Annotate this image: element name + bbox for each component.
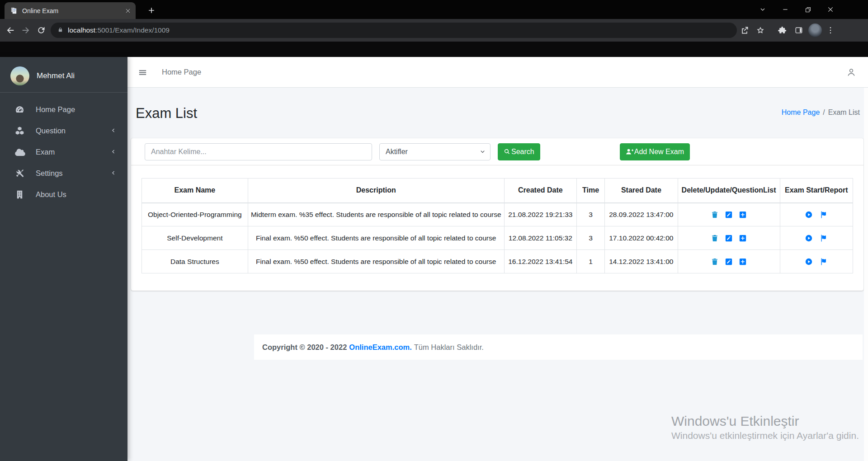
exam-start-button[interactable] [805, 234, 813, 242]
windows-activation-watermark: Windows'u Etkinleştir Windows'u etkinleş… [671, 413, 859, 442]
bookmark-star-icon[interactable] [755, 25, 765, 35]
window-close-button[interactable] [819, 0, 842, 19]
watermark-line2: Windows'u etkinleştirmek için Ayarlar'a … [671, 429, 859, 442]
tab-favicon [10, 7, 18, 14]
table-row: Object-Oriented-Programming Midterm exam… [142, 203, 853, 226]
col-start-report: Exam Start/Report [780, 179, 853, 203]
chevron-left-icon [110, 169, 117, 176]
report-button[interactable] [820, 211, 828, 219]
forward-button[interactable] [21, 25, 31, 35]
tachometer-icon [15, 105, 27, 114]
watermark-line1: Windows'u Etkinleştir [671, 413, 859, 429]
search-button[interactable]: Search [498, 143, 540, 160]
sidebar-item-home-page[interactable]: Home Page [0, 99, 127, 120]
update-button[interactable] [725, 258, 733, 266]
sidebar-item-about-us[interactable]: About Us [0, 184, 127, 205]
cell-created-date: 12.08.2022 11:05:32 [504, 226, 576, 250]
report-button[interactable] [820, 258, 828, 266]
side-panel-icon[interactable] [794, 25, 804, 35]
hamburger-menu-icon[interactable] [137, 67, 148, 78]
chevron-left-icon [110, 127, 117, 134]
footer-copyright: Copyright © 2020 - 2022 [262, 343, 347, 352]
browser-profile-avatar[interactable] [808, 24, 822, 37]
table-row: Data Structures Final exam. %50 effect. … [142, 250, 853, 273]
window-minimize-button[interactable] [774, 0, 797, 19]
breadcrumb-current: Exam List [828, 108, 860, 116]
breadcrumb-separator: / [823, 108, 825, 116]
cell-stared-date: 17.10.2022 00:42:00 [605, 226, 678, 250]
col-created-date: Created Date [504, 179, 576, 203]
delete-button[interactable] [711, 234, 719, 242]
col-description: Description [248, 179, 504, 203]
sidebar: Mehmet Ali Home Page Question Exam [0, 57, 127, 461]
cell-description: Final exam. %50 effect. Students are res… [248, 250, 504, 273]
cell-time: 3 [576, 226, 604, 250]
tools-icon [15, 169, 27, 178]
col-stared-date: Stared Date [605, 179, 678, 203]
navbar-home-link[interactable]: Home Page [162, 68, 201, 76]
exam-table: Exam Name Description Created Date Time … [142, 178, 853, 273]
search-icon [504, 148, 510, 155]
cell-exam-name: Object-Oriented-Programming [142, 203, 248, 226]
tab-title: Online Exam [22, 7, 125, 14]
breadcrumb-home-link[interactable]: Home Page [782, 108, 820, 116]
sidebar-item-exam[interactable]: Exam [0, 141, 127, 163]
address-bar[interactable]: localhost:5001/Exam/Index/1009 [51, 23, 737, 38]
col-actions: Delete/Update/QuestionList [678, 179, 780, 203]
table-header-row: Exam Name Description Created Date Time … [142, 179, 853, 203]
navbar-user-icon[interactable] [846, 67, 856, 77]
top-navbar: Home Page [127, 57, 868, 88]
user-panel: Mehmet Ali [0, 57, 127, 93]
browser-tab[interactable]: Online Exam [5, 2, 136, 19]
browser-toolbar: localhost:5001/Exam/Index/1009 [0, 19, 868, 42]
cubes-icon [15, 126, 27, 136]
sidebar-item-label: Question [36, 127, 66, 135]
cell-created-date: 21.08.2022 19:21:33 [504, 203, 576, 226]
update-button[interactable] [725, 234, 733, 242]
sidebar-item-label: Settings [36, 169, 63, 178]
user-name: Mehmet Ali [37, 71, 75, 80]
footer-brand-link[interactable]: OnlineExam.com. [349, 343, 411, 352]
status-filter-select[interactable]: Aktifler [379, 143, 491, 160]
cell-time: 3 [576, 203, 604, 226]
window-menu-chevron-icon[interactable] [751, 0, 774, 19]
building-icon [15, 190, 27, 199]
lock-icon [57, 27, 64, 34]
sidebar-item-settings[interactable]: Settings [0, 163, 127, 184]
back-button[interactable] [5, 25, 15, 35]
browser-menu-icon[interactable] [826, 25, 835, 35]
main-content: Home Page Exam List Home Page/Exam List … [127, 57, 868, 461]
exam-start-button[interactable] [805, 258, 813, 266]
cell-description: Final exam. %50 effect. Students are res… [248, 226, 504, 250]
exam-start-button[interactable] [805, 211, 813, 219]
keyword-search-input[interactable] [145, 143, 372, 160]
cell-stared-date: 14.12.2022 13:41:00 [605, 250, 678, 273]
exam-list-card: Aktifler Search Add New Exam [131, 138, 863, 291]
new-tab-button[interactable] [146, 5, 157, 16]
reload-button[interactable] [36, 25, 46, 35]
screen: Online Exam localhost:5001/Exam/Index/10… [0, 0, 868, 461]
question-list-button[interactable] [739, 258, 747, 266]
col-time: Time [576, 179, 604, 203]
scrollbar-track[interactable] [864, 57, 868, 461]
sidebar-item-label: Exam [36, 148, 55, 156]
delete-button[interactable] [711, 258, 719, 266]
sidebar-item-question[interactable]: Question [0, 120, 127, 141]
share-icon[interactable] [740, 25, 750, 35]
tab-close-icon[interactable] [125, 8, 131, 14]
window-restore-button[interactable] [797, 0, 819, 19]
report-button[interactable] [820, 234, 828, 242]
page-title: Exam List [136, 105, 197, 122]
app: Mehmet Ali Home Page Question Exam [0, 57, 868, 461]
sidebar-item-label: About Us [36, 190, 66, 199]
browser-tabstrip: Online Exam [0, 0, 868, 19]
question-list-button[interactable] [739, 211, 747, 219]
add-new-exam-button[interactable]: Add New Exam [620, 143, 690, 160]
user-avatar[interactable] [10, 66, 29, 85]
delete-button[interactable] [711, 211, 719, 219]
question-list-button[interactable] [739, 234, 747, 242]
update-button[interactable] [725, 211, 733, 219]
extensions-icon[interactable] [778, 25, 788, 35]
chrome-gap [0, 42, 868, 57]
sidebar-item-label: Home Page [36, 105, 75, 114]
